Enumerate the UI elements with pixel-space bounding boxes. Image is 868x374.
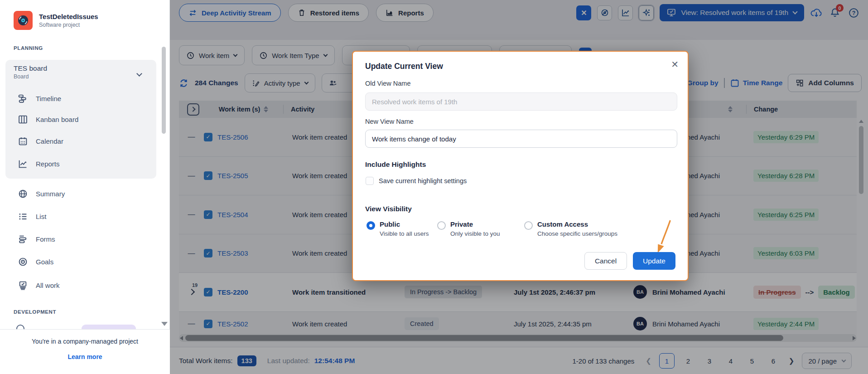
sidebar-item-label: Reports xyxy=(36,160,60,168)
all-work-icon xyxy=(18,281,28,290)
vinyl-icon xyxy=(17,15,29,26)
managed-project-message: You're in a company-managed project xyxy=(0,338,170,345)
sidebar-item-goals[interactable]: Goals xyxy=(5,251,156,272)
visibility-option-custom-access[interactable]: Custom Access Choose specific users/grou… xyxy=(524,220,617,237)
old-view-name-input[interactable] xyxy=(365,92,677,111)
close-icon[interactable]: ✕ xyxy=(671,59,679,70)
sidebar-footer: You're in a company-managed project Lear… xyxy=(0,329,170,374)
sidebar-item-label: Kanban board xyxy=(36,116,78,123)
sidebar-item-reports[interactable]: Reports xyxy=(5,153,156,174)
new-view-name-input[interactable] xyxy=(365,130,677,148)
radio-description: Only visible to you xyxy=(450,230,500,237)
sidebar-item-label: Goals xyxy=(36,258,53,266)
cancel-button[interactable]: Cancel xyxy=(584,252,627,270)
visibility-option-public[interactable]: Public Visible to all users xyxy=(366,220,429,237)
calendar-icon xyxy=(18,136,28,146)
sidebar-item-forms[interactable]: Forms xyxy=(5,228,156,249)
old-view-name-label: Old View Name xyxy=(365,80,410,87)
target-icon xyxy=(18,257,28,267)
view-visibility-heading: View Visibility xyxy=(365,205,412,213)
board-nav-group: TES board Board Timeline Kanban board xyxy=(5,60,156,179)
radio-icon[interactable] xyxy=(524,221,533,230)
project-avatar xyxy=(14,11,33,30)
sidebar-item-timeline[interactable]: Timeline xyxy=(5,88,156,109)
visibility-option-private[interactable]: Private Only visible to you xyxy=(437,220,500,237)
save-highlight-checkbox[interactable] xyxy=(366,177,374,185)
save-highlight-label: Save current highlight settings xyxy=(379,177,467,185)
sidebar-item-calendar[interactable]: Calendar xyxy=(5,131,156,151)
radio-label: Custom Access xyxy=(537,220,617,228)
development-section-label: DEVELOPMENT xyxy=(14,309,56,315)
radio-label: Public xyxy=(380,220,429,228)
update-view-modal: Update Current View ✕ Old View Name New … xyxy=(352,51,689,281)
radio-description: Choose specific users/groups xyxy=(537,230,617,237)
kanban-icon xyxy=(18,115,28,124)
forms-icon xyxy=(18,234,28,244)
sidebar-item-label: Summary xyxy=(36,190,65,198)
planning-section-label: PLANNING xyxy=(14,45,43,51)
badge xyxy=(82,325,136,329)
sidebar-item-label: Timeline xyxy=(36,95,61,102)
update-button[interactable]: Update xyxy=(633,252,675,270)
timeline-icon xyxy=(18,94,28,103)
sidebar-item-label: Forms xyxy=(36,235,55,243)
sidebar-item-label: All work xyxy=(36,282,60,289)
project-name: TestDeletedIssues xyxy=(39,13,98,20)
radio-label: Private xyxy=(450,220,500,228)
new-view-name-label: New View Name xyxy=(365,118,414,125)
radio-description: Visible to all users xyxy=(380,230,429,237)
sidebar-item-label: Calendar xyxy=(36,137,63,145)
radio-icon[interactable] xyxy=(437,221,446,230)
board-subtitle: Board xyxy=(14,73,149,80)
project-header[interactable]: TestDeletedIssues Software project xyxy=(14,11,98,30)
board-selector[interactable]: TES board Board xyxy=(14,64,149,80)
learn-more-link[interactable]: Learn more xyxy=(0,353,170,360)
sidebar-scrollbar[interactable] xyxy=(162,47,166,134)
sidebar-item-kanban-board[interactable]: Kanban board xyxy=(5,109,156,130)
sidebar: TestDeletedIssues Software project PLANN… xyxy=(0,0,170,374)
sidebar-item-all-work[interactable]: All work xyxy=(5,275,156,296)
list-icon xyxy=(18,212,28,221)
radio-icon[interactable] xyxy=(366,221,375,230)
board-title: TES board xyxy=(14,64,149,73)
reports-icon xyxy=(18,159,28,169)
code-icon xyxy=(16,325,24,329)
project-type: Software project xyxy=(39,22,98,28)
annotation-arrow-icon xyxy=(650,219,674,256)
sidebar-item-list[interactable]: List xyxy=(5,206,156,227)
sidebar-item-partial[interactable] xyxy=(0,323,161,329)
modal-title: Update Current View xyxy=(365,62,443,71)
include-highlights-heading: Include Highlights xyxy=(365,160,426,169)
sidebar-item-summary[interactable]: Summary xyxy=(5,183,156,204)
sidebar-scroll-down-icon[interactable] xyxy=(161,322,168,326)
sidebar-item-label: List xyxy=(36,213,46,220)
globe-icon xyxy=(18,189,28,199)
